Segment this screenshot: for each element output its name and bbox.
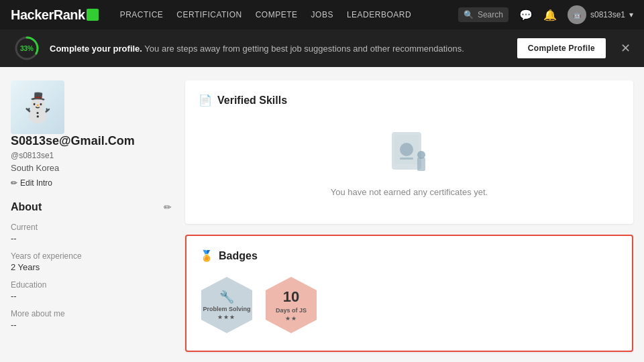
chevron-down-icon: ▾ [629,10,633,19]
banner-message: Complete your profile. You are steps awa… [50,44,508,54]
messages-icon[interactable]: 💬 [519,9,533,21]
days-of-js-label: Days of JS [276,307,307,314]
notifications-icon[interactable]: 🔔 [543,9,557,21]
close-banner-button[interactable]: ✕ [621,41,631,56]
badge-hex-problem-solving: 🔧 Problem Solving ★★★ [200,276,254,335]
progress-percent: 33% [20,45,34,52]
days-of-js-stars: ★★ [285,315,297,322]
nav-links: PRACTICE CERTIFICATION COMPETE JOBS LEAD… [120,10,411,19]
svg-rect-5 [400,158,413,160]
about-section: About ✏ Current -- Years of experience 2… [11,201,172,330]
document-icon: 📄 [199,94,212,107]
badges-title: Badges [219,250,258,262]
progress-ring: 33% [13,35,40,62]
more-about-field: More about me -- [11,309,172,330]
badges-container: 🔧 Problem Solving ★★★ 10 D [200,273,619,337]
svg-rect-6 [417,158,425,171]
badge-icon: 🏅 [200,249,213,262]
navbar: HackerRank PRACTICE CERTIFICATION COMPET… [0,0,644,29]
brand-icon [87,9,99,21]
avatar: 🤖 [568,5,586,24]
nav-leaderboard[interactable]: LEADERBOARD [347,10,411,19]
banner-subtitle: You are steps away from getting best job… [144,44,464,54]
badges-card: 🏅 Badges 🔧 Problem Solving ★★★ [185,235,633,352]
current-field: Current -- [11,223,172,243]
sidebar: ⛄ S0813se@Gmail.Com @s0813se1 South Kore… [11,80,172,362]
navbar-right: 🔍 Search 💬 🔔 🤖 s0813se1 ▾ [458,5,633,24]
svg-point-7 [417,151,425,159]
badges-header: 🏅 Badges [200,249,619,262]
nav-certification[interactable]: CERTIFICATION [176,10,241,19]
more-about-label: More about me [11,309,172,318]
about-edit-icon[interactable]: ✏ [164,202,172,213]
more-about-value: -- [11,320,172,330]
edit-intro-button[interactable]: ✏ Edit Intro [11,178,172,188]
wrench-icon: 🔧 [219,290,234,304]
nav-jobs[interactable]: JOBS [311,10,333,19]
content-area: 📄 Verified Skills You have not earned an… [185,80,633,362]
profile-handle: @s0813se1 [11,151,172,160]
search-box[interactable]: 🔍 Search [458,7,508,22]
profile-banner: 33% Complete your profile. You are steps… [0,29,644,67]
no-certificates-message: You have not earned any certificates yet… [331,187,488,197]
profile-location: South Korea [11,163,172,173]
edit-intro-label: Edit Intro [20,178,52,188]
verified-skills-card: 📄 Verified Skills You have not earned an… [185,80,633,224]
about-header: About ✏ [11,201,172,213]
badge-problem-solving: 🔧 Problem Solving ★★★ [200,276,254,335]
nav-practice[interactable]: PRACTICE [120,10,164,19]
search-icon: 🔍 [464,10,474,19]
profile-name: S0813se@Gmail.Com [11,134,172,148]
experience-field: Years of experience 2 Years [11,251,172,272]
education-label: Education [11,280,172,290]
problem-solving-stars: ★★★ [217,314,235,320]
badge-hex-days-of-js: 10 Days of JS ★★ [264,276,318,335]
brand-text: HackerRank [11,7,85,23]
days-of-js-number: 10 [283,288,299,306]
education-field: Education -- [11,280,172,301]
problem-solving-label: Problem Solving [203,306,250,312]
about-title: About [11,201,42,213]
verified-skills-empty: You have not earned any certificates yet… [199,117,620,210]
nav-compete[interactable]: COMPETE [256,10,298,19]
hex-content-days-of-js: 10 Days of JS ★★ [276,288,307,322]
hex-content-problem-solving: 🔧 Problem Solving ★★★ [203,290,250,320]
verified-skills-header: 📄 Verified Skills [199,94,620,107]
main-layout: ⛄ S0813se@Gmail.Com @s0813se1 South Kore… [0,67,644,362]
experience-label: Years of experience [11,251,172,261]
user-menu[interactable]: 🤖 s0813se1 ▾ [568,5,633,24]
badge-days-of-js: 10 Days of JS ★★ [264,276,318,335]
certificate-empty-icon [389,131,429,179]
profile-avatar: ⛄ [11,80,64,134]
current-value: -- [11,233,172,243]
experience-value: 2 Years [11,262,172,272]
search-label: Search [478,10,503,19]
education-value: -- [11,291,172,301]
current-label: Current [11,223,172,232]
verified-skills-title: Verified Skills [217,95,287,107]
brand-logo[interactable]: HackerRank [11,7,99,23]
pencil-icon: ✏ [11,178,17,188]
banner-title: Complete your profile. [50,44,142,54]
username: s0813se1 [590,10,625,19]
complete-profile-button[interactable]: Complete Profile [517,38,606,58]
svg-point-4 [400,143,413,156]
